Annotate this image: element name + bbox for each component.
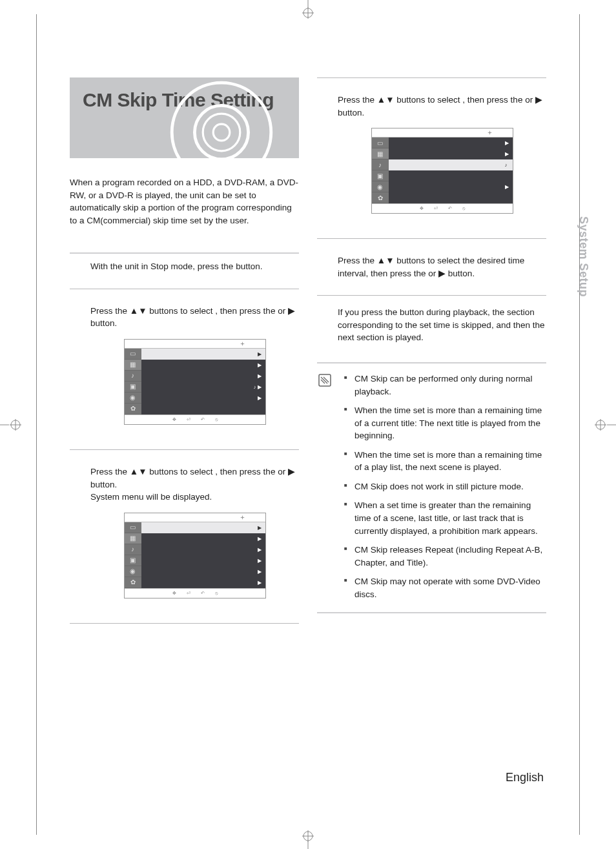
exit-icon: ⦸ <box>215 591 218 596</box>
registration-mark-bottom <box>295 830 321 849</box>
step-5: Press the ▲▼ buttons to select the desir… <box>317 248 546 286</box>
step-1: With the unit in Stop mode, press the bu… <box>70 254 299 280</box>
intro-paragraph: When a program recorded on a HDD, a DVD-… <box>70 176 299 227</box>
crop-line-right <box>579 14 580 835</box>
page-footer: English <box>506 771 546 784</box>
step5-text-d: button. <box>446 269 475 278</box>
enter-icon: ⏎ <box>187 417 190 422</box>
step2-text-b: buttons to select <box>147 306 216 316</box>
movie-icon: ▦ <box>372 148 389 159</box>
settings-icon: ✿ <box>125 577 141 588</box>
step-4: Press the ▲▼ buttons to select , then pr… <box>317 87 546 229</box>
svg-point-18 <box>203 114 240 151</box>
note-item: When the time set is more than a remaini… <box>344 449 546 474</box>
svg-marker-21 <box>240 515 245 520</box>
svg-rect-23 <box>319 374 331 386</box>
osd-screenshot-2: ▭ ▦ ♪ ▣ ◉ ✿ ▶ ▶ ▶ ▶ ▶ <box>124 513 266 598</box>
disc-decoration-icon <box>170 81 273 158</box>
step-2: Press the ▲▼ buttons to select , then pr… <box>70 298 299 440</box>
right-icon: ▶ <box>288 467 295 476</box>
settings-icon: ✿ <box>372 192 389 203</box>
step2-text-c: , then press the <box>215 306 278 316</box>
return-icon: ↶ <box>201 417 205 422</box>
step3-text-e: button. <box>90 480 117 489</box>
step2-text-a: Press the <box>90 306 130 316</box>
step2-text-e: button. <box>90 318 117 328</box>
svg-marker-20 <box>240 342 245 346</box>
step3-text-b: buttons to select <box>147 467 216 476</box>
step3-text-a: Press the <box>90 467 130 476</box>
right-icon: ▶ <box>535 95 542 105</box>
note-box: CM Skip can be performed only during nor… <box>317 362 546 613</box>
step3-text-d: or <box>278 467 288 476</box>
settings-icon: ✿ <box>125 404 141 414</box>
registration-mark-top <box>295 0 321 19</box>
note-item: When the time set is more than a remaini… <box>344 404 546 442</box>
svg-point-19 <box>213 124 230 141</box>
enter-icon: ⏎ <box>187 591 190 596</box>
title-banner: CM Skip Time Setting <box>70 77 299 158</box>
osd-screenshot-1: ▭ ▦ ♪ ▣ ◉ ✿ ▶ ▶ ▶ ♪▶ ▶ <box>124 339 266 425</box>
note-list: CM Skip can be performed only during nor… <box>344 373 546 607</box>
return-icon: ↶ <box>201 591 205 596</box>
note-item: CM Skip can be performed only during nor… <box>344 373 546 398</box>
music-icon: ♪ <box>125 544 141 555</box>
music-icon: ♪ <box>372 159 389 170</box>
disc-icon: ◉ <box>372 181 389 192</box>
content-area: System Setup CM Skip Time Setting When a… <box>70 77 546 784</box>
step-3: Press the ▲▼ buttons to select , then pr… <box>70 459 299 614</box>
step4-text-d: or <box>525 95 535 105</box>
step4-text-c: , then press the <box>462 95 525 105</box>
step4-text-b: buttons to select <box>395 95 463 105</box>
step3-text-c: , then press the <box>215 467 278 476</box>
photo-icon: ▣ <box>125 382 141 393</box>
osd-screenshot-3: ▭ ▦ ♪ ▣ ◉ ✿ ▶ ▶ ♪ ▶ <box>371 128 513 214</box>
return-icon: ↶ <box>448 206 452 211</box>
section-tab: System Setup <box>577 216 590 297</box>
note-icon <box>317 373 335 607</box>
rec-icon: ▭ <box>125 349 141 360</box>
move-icon: ✥ <box>172 417 176 422</box>
music-icon: ♪ <box>125 371 141 382</box>
crop-line-left <box>36 14 37 835</box>
note-item: When a set time is greater than the rema… <box>344 499 546 537</box>
note-item: CM Skip does not work in still picture m… <box>344 480 546 493</box>
right-column: Press the ▲▼ buttons to select , then pr… <box>317 77 546 633</box>
note-item: CM Skip releases Repeat (including Repea… <box>344 544 546 569</box>
svg-point-16 <box>172 83 271 158</box>
movie-icon: ▦ <box>125 360 141 371</box>
step4-text-a: Press the <box>338 95 377 105</box>
movie-icon: ▦ <box>125 533 141 544</box>
move-icon: ✥ <box>420 206 424 211</box>
step-6: If you press the button during playback,… <box>317 300 546 351</box>
left-column: CM Skip Time Setting When a program reco… <box>70 77 299 633</box>
step1-text-a: With the unit in Stop mode, press the <box>90 261 236 271</box>
disc-icon: ◉ <box>125 566 141 577</box>
exit-icon: ⦸ <box>462 206 465 211</box>
exit-icon: ⦸ <box>215 417 218 422</box>
up-down-icon: ▲▼ <box>130 467 147 476</box>
right-icon: ▶ <box>438 269 446 278</box>
note-item: CM Skip may not operate with some DVD-Vi… <box>344 575 546 600</box>
step6-text-a: If you press the <box>338 307 400 317</box>
photo-icon: ▣ <box>372 170 389 181</box>
step4-text-e: button. <box>338 108 364 118</box>
footer-language: English <box>506 771 544 784</box>
rec-icon: ▭ <box>372 138 389 148</box>
up-down-icon: ▲▼ <box>377 256 395 265</box>
rec-icon: ▭ <box>125 522 141 533</box>
page: System Setup CM Skip Time Setting When a… <box>0 0 616 849</box>
photo-icon: ▣ <box>125 555 141 566</box>
step2-text-d: or <box>278 306 288 316</box>
move-icon: ✥ <box>172 591 176 596</box>
svg-marker-22 <box>488 130 492 135</box>
step5-text-c: or <box>428 269 438 278</box>
step5-text-a: Press the <box>338 256 377 265</box>
registration-mark-left <box>0 412 26 438</box>
right-icon: ▶ <box>288 306 295 316</box>
enter-icon: ⏎ <box>434 206 438 211</box>
step1-text-b: button. <box>236 261 262 271</box>
step3-extra: System menu will be displayed. <box>90 491 299 504</box>
up-down-icon: ▲▼ <box>377 95 395 105</box>
up-down-icon: ▲▼ <box>130 306 147 316</box>
